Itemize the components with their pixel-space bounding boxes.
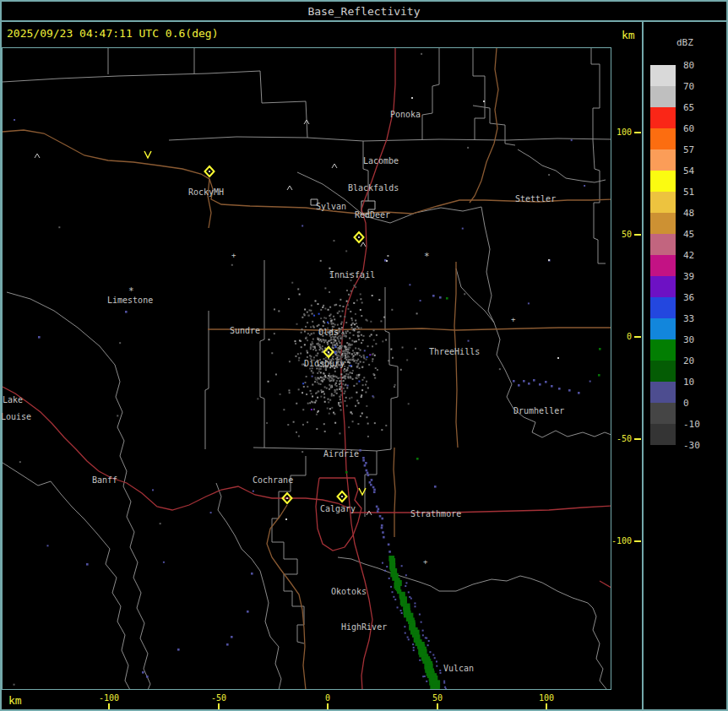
y-axis-tick-label: 0 <box>611 333 632 341</box>
colorbar-block <box>650 234 676 255</box>
city-label-drumheller: Drumheller <box>513 406 564 415</box>
city-label-limestone: Limestone <box>107 296 153 305</box>
colorbar-tick-label: 39 <box>683 272 694 281</box>
x-axis-tick-label: -100 <box>99 694 119 703</box>
road-brown <box>208 328 611 330</box>
map-content: **+++ <box>3 48 611 694</box>
y-axis-tick-mark <box>634 132 641 133</box>
colorbar-tick-label: 20 <box>683 356 694 366</box>
boundary-line <box>518 149 606 182</box>
road-red <box>350 506 611 513</box>
city-label-reddeer: RedDeer <box>355 210 390 220</box>
yellow-v-marker-icon <box>144 151 151 158</box>
city-label-highriver: HighRiver <box>341 622 387 632</box>
colorbar-block <box>650 255 676 276</box>
boundary-line <box>216 483 281 690</box>
city-label-stettler: Stettler <box>515 194 556 204</box>
city-label-louise: Louise <box>1 412 31 421</box>
city-label-lake: Lake <box>3 395 23 404</box>
boundary-line <box>473 106 515 145</box>
boundary-line <box>260 260 264 448</box>
colorbar-block <box>650 149 676 171</box>
colorbar-tick-label: 42 <box>683 251 694 260</box>
colorbar-tick-label: 65 <box>683 103 694 112</box>
x-axis-tick-label: 0 <box>325 694 330 703</box>
ground-clutter <box>257 250 417 453</box>
colorbar-block <box>650 424 676 445</box>
x-axis-tick-mark <box>108 703 110 709</box>
colorbar-tick-label: 80 <box>683 61 694 70</box>
road-brown <box>394 448 395 537</box>
road-brown <box>3 130 358 214</box>
colorbar-tick-label: 0 <box>683 399 689 408</box>
colorbar-tick-label: 36 <box>683 293 694 302</box>
city-label-rockymh: RockyMH <box>188 187 224 197</box>
radar-map-canvas[interactable]: **+++ <box>0 0 728 711</box>
colorbar-block <box>650 361 676 382</box>
y-axis-tick-mark <box>634 438 641 440</box>
colorbar-block <box>650 107 676 128</box>
colorbar-block <box>650 86 676 107</box>
y-axis-tick-mark <box>634 540 641 542</box>
y-axis-tick-mark <box>634 336 641 338</box>
radar-site-center-dot <box>328 351 329 353</box>
colorbar-title: dBZ <box>676 37 693 48</box>
plus-marker-icon: + <box>231 251 236 259</box>
road-brown <box>3 48 611 690</box>
x-axis-tick-mark <box>218 703 220 709</box>
colorbar-tick-label: 70 <box>683 82 694 91</box>
colorbar-tick-label: 51 <box>683 187 694 197</box>
city-label-okotoks: Okotoks <box>331 587 367 596</box>
radar-app-window: Base_Reflectivity 2025/09/23 04:47:11 UT… <box>0 0 728 711</box>
town-chevron-icon <box>361 242 366 247</box>
colorbar-tick-label: 45 <box>683 230 694 239</box>
colorbar-tick-label: 57 <box>683 145 694 155</box>
x-axis-tick-mark <box>327 703 329 709</box>
city-label-innisfail: Innisfail <box>329 270 375 280</box>
road-brown <box>267 505 306 690</box>
road-red <box>3 48 611 690</box>
boundary-line <box>456 269 494 323</box>
colorbar-block <box>650 128 676 149</box>
radar-site-center-dot <box>286 497 288 499</box>
colorbar-block <box>650 171 676 192</box>
y-axis-tick-label: -100 <box>611 537 632 545</box>
x-axis-tick-mark <box>437 703 438 709</box>
town-chevron-icon <box>287 186 292 190</box>
road-red <box>600 581 611 588</box>
city-label-banff: Banff <box>92 475 117 485</box>
town-chevron-icon <box>35 154 40 158</box>
boundary-line <box>3 463 51 486</box>
colorbar-block <box>650 192 676 213</box>
radar-site-center-dot <box>341 496 343 497</box>
city-label-vulcan: Vulcan <box>443 664 474 673</box>
boundary-line <box>7 292 150 690</box>
colorbar-block <box>650 276 676 297</box>
asterisk-marker-icon: * <box>424 251 430 262</box>
radar-site-center-dot <box>358 236 360 238</box>
colorbar-block <box>650 297 676 318</box>
city-label-olds: Olds <box>318 328 339 337</box>
colorbar-tick-label: 10 <box>683 377 694 387</box>
y-axis-tick-label: 50 <box>611 231 632 239</box>
boundary-line <box>3 48 611 690</box>
map-markers: **+++ <box>35 97 559 566</box>
colorbar-block <box>650 65 676 86</box>
radar-site-center-dot <box>209 171 210 172</box>
radar-echoes <box>14 53 601 694</box>
city-label-cochrane: Cochrane <box>253 475 293 485</box>
city-label-didsbury: Didsbury <box>304 359 345 368</box>
colorbar-block <box>650 318 676 339</box>
road-red <box>316 478 361 551</box>
road-brown <box>358 199 611 214</box>
boundary-line <box>51 481 130 690</box>
x-axis-tick-mark <box>546 703 547 709</box>
boundary-line <box>3 73 208 82</box>
colorbar-tick-label: -30 <box>683 441 700 450</box>
town-chevron-icon <box>332 164 337 168</box>
plus-marker-icon: + <box>511 315 516 323</box>
x-axis-tick-label: 100 <box>539 694 554 703</box>
city-label-strathmore: Strathmore <box>410 509 461 518</box>
plus-marker-icon: + <box>423 557 428 566</box>
city-label-sundre: Sundre <box>230 326 260 335</box>
